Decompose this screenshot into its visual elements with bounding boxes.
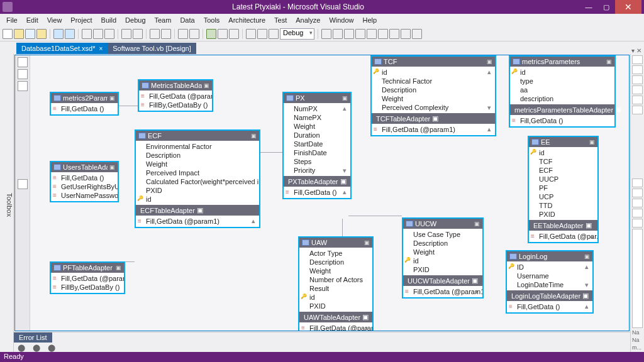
field[interactable]: Perceived Complexity — [372, 103, 495, 112]
config-combo[interactable]: Debug — [280, 28, 314, 40]
field[interactable]: Perceived Impact — [136, 168, 259, 177]
paste-icon[interactable] — [104, 29, 114, 39]
expand-icon[interactable]: ▣ — [204, 82, 209, 89]
field[interactable]: PF — [529, 184, 597, 192]
field[interactable]: Duration — [284, 131, 350, 140]
gutter-icon-2[interactable] — [18, 69, 28, 79]
expand-icon[interactable]: ▣ — [582, 292, 589, 300]
ts-icon-5[interactable] — [632, 96, 643, 104]
field[interactable]: Weight — [372, 94, 495, 103]
ts-icon-9[interactable] — [632, 199, 643, 207]
field[interactable]: TTD — [529, 201, 597, 210]
expand-icon[interactable]: ▣ — [487, 58, 492, 65]
nav-fwd-icon[interactable] — [189, 29, 199, 39]
field-key[interactable]: id — [372, 68, 495, 77]
menu-build[interactable]: Build — [97, 15, 120, 25]
field[interactable]: PXID — [403, 265, 482, 274]
tb-ext-4-icon[interactable] — [355, 29, 365, 39]
entity-uaw[interactable]: UAW▣ Actor Type Description Weight Numbe… — [298, 236, 374, 331]
field[interactable]: Description — [403, 239, 482, 248]
cut-icon[interactable] — [82, 29, 92, 39]
menu-file[interactable]: File — [3, 15, 21, 25]
menu-project[interactable]: Project — [67, 15, 96, 25]
entity-px[interactable]: PX▣ NumPX NamePX Weight Duration StartDa… — [282, 92, 352, 199]
open-icon[interactable] — [14, 29, 24, 39]
adapter-method[interactable]: Fill,GetData (@par... — [529, 232, 597, 241]
adapter-method[interactable]: UserNamePasswordSt... — [51, 191, 118, 200]
adapter-method[interactable]: Fill,GetData (@param1) — [139, 92, 212, 101]
field[interactable]: aa — [510, 85, 614, 94]
tab-dataset[interactable]: Database1DataSet.xsd* × — [16, 43, 108, 54]
adapter-method[interactable]: Fill,GetData (@param1) — [136, 217, 259, 226]
tab-overflow[interactable]: ▾ ✕ — [631, 47, 644, 54]
ts-icon-2[interactable] — [632, 65, 643, 74]
menu-architecture[interactable]: Architecture — [225, 15, 269, 25]
field[interactable]: FinishDate — [284, 148, 350, 157]
menu-test[interactable]: Test — [270, 15, 291, 25]
field[interactable]: Description — [372, 85, 495, 94]
expand-icon[interactable]: ▣ — [364, 239, 370, 246]
field-key[interactable]: id — [136, 195, 259, 204]
gutter-icon-4[interactable] — [18, 179, 28, 189]
entity-ecf[interactable]: ECF▣ Environmental Factor Description We… — [135, 129, 260, 228]
error-list-tab[interactable]: Error List — [14, 332, 52, 343]
adapter-method[interactable]: Fill,GetData () — [507, 302, 592, 311]
expand-icon[interactable]: ▣ — [472, 277, 478, 285]
field[interactable]: Number of Actors — [299, 275, 372, 284]
menu-tools[interactable]: Tools — [200, 15, 224, 25]
field[interactable]: Weight — [299, 266, 372, 275]
field[interactable]: Environmental Factor — [136, 142, 259, 151]
ts-icon-6[interactable] — [632, 106, 643, 114]
field-key[interactable]: id — [510, 68, 614, 77]
field[interactable]: Description — [299, 258, 372, 266]
error-filter-messages[interactable]: ⬤ — [48, 344, 55, 352]
entity-metricstableadapter[interactable]: MetricsTableAdapter▣ Fill,GetData (@para… — [138, 79, 213, 112]
menu-debug[interactable]: Debug — [121, 15, 149, 25]
gutter-icon-3[interactable] — [18, 81, 28, 91]
field[interactable]: Actor Type — [299, 249, 372, 258]
adapter-method[interactable]: Fill,GetData () — [51, 173, 118, 182]
adapter-method[interactable]: Fill,GetData () — [284, 188, 350, 197]
field[interactable]: UCP — [529, 192, 597, 201]
field[interactable]: Description — [136, 151, 259, 160]
expand-icon[interactable]: ▣ — [586, 221, 592, 229]
expand-icon[interactable]: ▣ — [109, 164, 115, 170]
expand-icon[interactable]: ▣ — [584, 253, 590, 260]
ts-icon-11[interactable] — [632, 219, 643, 228]
expand-icon[interactable]: ▣ — [251, 133, 257, 139]
field[interactable]: Result — [299, 284, 372, 293]
maximize-button[interactable] — [597, 0, 615, 14]
tab-close-icon[interactable]: × — [99, 45, 103, 52]
ts-icon-8[interactable] — [632, 189, 643, 197]
entity-metrics2parameters[interactable]: metrics2Parameters▣ Fill,GetData () — [50, 92, 119, 116]
add-item-icon[interactable] — [25, 29, 35, 39]
new-project-icon[interactable] — [3, 29, 13, 39]
adapter-method[interactable]: Fill,GetData (@param1) — [403, 287, 482, 296]
field-key[interactable]: id — [299, 293, 372, 302]
ts-icon-1[interactable] — [632, 55, 643, 64]
adapter-method[interactable]: FillBy,GetDataBy () — [139, 101, 212, 109]
copy-icon[interactable] — [93, 29, 103, 39]
expand-icon[interactable]: ▣ — [362, 313, 369, 321]
start-debug-icon[interactable] — [206, 29, 216, 39]
expand-icon[interactable]: ▣ — [615, 106, 621, 114]
ts-icon-7[interactable] — [632, 178, 643, 187]
menu-analyze[interactable]: Analyze — [292, 15, 324, 25]
ts-icon-10[interactable] — [632, 209, 643, 217]
nav-back-icon[interactable] — [178, 29, 188, 39]
field[interactable]: Steps — [284, 157, 350, 166]
menu-view[interactable]: View — [43, 15, 66, 25]
menu-edit[interactable]: Edit — [23, 15, 42, 25]
adapter-method[interactable]: Fill,GetData (@param1) — [372, 125, 495, 134]
comment-icon[interactable] — [121, 29, 131, 39]
expand-icon[interactable]: ▣ — [109, 95, 115, 101]
entity-ee[interactable]: EE▣ id TCF ECF UUCP PF UCP TTD PXID EETa… — [528, 136, 599, 243]
expand-icon[interactable]: ▣ — [116, 265, 121, 271]
tb-ext-6-icon[interactable] — [378, 29, 388, 39]
open-file-icon[interactable] — [36, 29, 47, 39]
field[interactable]: Priority — [284, 166, 350, 175]
toolbox-tab[interactable]: Toolbox — [0, 54, 14, 352]
field-key[interactable]: ID — [507, 263, 592, 272]
error-filter-errors[interactable]: ⬤ — [18, 344, 25, 352]
entity-metricsparameters[interactable]: metricsParameters▣ id type aa descriptio… — [509, 55, 616, 128]
